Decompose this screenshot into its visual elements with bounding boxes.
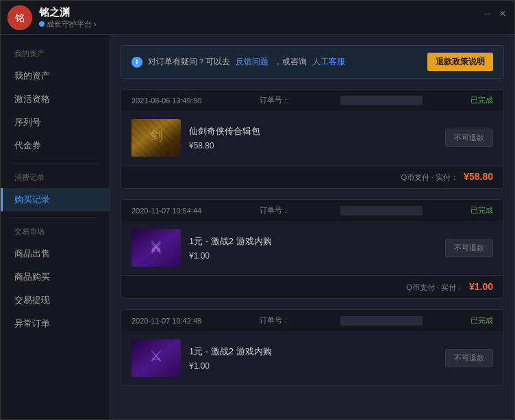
refund-policy-button[interactable]: 退款政策说明 [427,53,493,71]
platform-info: 成长守护平台 › [39,19,97,29]
no-refund-button-3: 不可退款 [445,349,493,367]
sidebar-section-assets: 我的资产 [1,45,110,64]
svg-rect-2 [131,119,181,157]
avatar: 铭 [8,5,32,30]
sidebar-item-abnormal[interactable]: 异常订单 [1,312,110,335]
order-num-value-3 [340,316,423,326]
main-layout: 我的资产 我的资产 激活资格 序列号 代金券 消费记录 购买记录 交易市场 [1,35,514,419]
sidebar-item-sell[interactable]: 商品出售 [1,242,110,265]
sidebar-divider-1 [11,163,99,163]
svg-rect-10 [131,339,181,377]
product-thumb-2: ⚔ [131,229,181,267]
product-name-1: 仙剑奇侠传合辑包 [189,125,437,137]
minimize-button[interactable]: ─ [483,9,492,18]
product-price-3: ¥1.00 [189,361,437,371]
notice-part2: ，或咨询 [274,56,307,68]
total-amount-1: ¥58.80 [464,171,493,182]
no-refund-button-1: 不可退款 [445,129,493,147]
username: 铭之渊 [39,6,97,19]
order-card-1: 2021-08-06 13:49:50 订单号： 已完成 [121,89,504,189]
product-name-3: 1元 - 激战2 游戏内购 [189,345,437,358]
sidebar: 我的资产 我的资产 激活资格 序列号 代金券 消费记录 购买记录 交易市场 [1,35,110,419]
product-info-2: 1元 - 激战2 游戏内购 ¥1.00 [189,235,437,261]
product-thumb-3: ⚔ [131,339,181,377]
notice-part1: 对订单有疑问？可以去 [148,56,230,68]
order-body-1: 剑 仙剑奇侠传合辑包 ¥58.80 不可退款 [121,111,503,165]
order-time-2: 2020-11-07 10:54:44 [131,207,201,215]
product-price-2: ¥1.00 [189,251,437,261]
sidebar-item-activation[interactable]: 激活资格 [1,88,110,111]
order-card-3: 2020-11-07 10:42:48 订单号： 已完成 [121,309,504,386]
sidebar-item-buy[interactable]: 商品购买 [1,265,110,289]
notice-bar: i 对订单有疑问？可以去 反馈问题 ，或咨询 人工客服 退款政策说明 [121,45,504,79]
product-price-1: ¥58.80 [189,141,437,150]
order-status-1: 已完成 [470,95,493,105]
order-body-2: ⚔ 1元 - 激战2 游戏内购 ¥1.00 不可退款 [121,221,503,275]
sidebar-item-voucher[interactable]: 代金券 [1,134,110,157]
order-footer-2: Q币支付 · 实付： ¥1.00 [121,275,503,298]
svg-rect-4 [131,119,181,157]
notice-link-feedback[interactable]: 反馈问题 [236,56,268,68]
order-num-label-2: 订单号： [260,205,290,215]
payment-label-2: Q币支付 · 实付： [406,283,464,291]
sidebar-item-assets[interactable]: 我的资产 [1,64,110,88]
order-num-label-3: 订单号： [260,315,290,326]
sidebar-divider-2 [11,217,99,218]
platform-arrow: › [94,20,97,28]
order-header-2: 2020-11-07 10:54:44 订单号： 已完成 [121,200,503,221]
sidebar-section-history: 消费记录 [1,169,110,188]
order-num-label-1: 订单号： [260,95,290,105]
user-info: 铭之渊 成长守护平台 › [39,6,97,29]
sidebar-section-market: 交易市场 [1,223,110,242]
no-refund-button-2: 不可退款 [445,239,493,257]
order-time-1: 2021-08-06 13:49:50 [131,96,201,105]
payment-label-1: Q币支付 · 实付： [401,173,458,181]
order-num-value-2 [340,206,423,215]
order-header-3: 2020-11-07 10:42:48 订单号： 已完成 [121,310,503,331]
platform-dot-icon [39,21,45,27]
notice-text: i 对订单有疑问？可以去 反馈问题 ，或咨询 人工客服 [131,56,345,68]
order-num-value-1 [340,96,423,105]
order-status-3: 已完成 [470,315,493,326]
close-button[interactable]: ✕ [498,9,507,18]
product-name-2: 1元 - 激战2 游戏内购 [189,235,437,248]
order-footer-1: Q币支付 · 实付： ¥58.80 [121,165,503,188]
sidebar-item-purchase[interactable]: 购买记录 [1,188,110,211]
order-card-2: 2020-11-07 10:54:44 订单号： 已完成 [121,199,504,299]
platform-label: 成长守护平台 [47,19,92,29]
product-info-3: 1元 - 激战2 游戏内购 ¥1.00 [189,345,437,371]
total-amount-2: ¥1.00 [469,281,493,292]
window-controls: ─ ✕ [483,9,507,18]
order-status-2: 已完成 [470,205,493,215]
sidebar-item-serial[interactable]: 序列号 [1,111,110,134]
notice-link-service[interactable]: 人工客服 [312,56,345,68]
product-thumb-1: 剑 [131,119,181,157]
svg-text:铭: 铭 [14,13,25,23]
main-window: 铭 铭之渊 成长守护平台 › ─ ✕ 我的资产 我的资产 激活资格 [0,0,515,420]
order-time-3: 2020-11-07 10:42:48 [131,317,201,325]
content-area: i 对订单有疑问？可以去 反馈问题 ，或咨询 人工客服 退款政策说明 2021-… [110,35,514,419]
svg-rect-7 [131,229,181,267]
order-body-3: ⚔ 1元 - 激战2 游戏内购 ¥1.00 不可退款 [121,331,503,385]
order-header-1: 2021-08-06 13:49:50 订单号： 已完成 [121,90,503,111]
svg-text:剑: 剑 [150,129,162,142]
title-bar: 铭 铭之渊 成长守护平台 › ─ ✕ [1,1,514,35]
svg-text:⚔: ⚔ [149,237,163,254]
sidebar-item-withdraw[interactable]: 交易提现 [1,289,110,312]
product-info-1: 仙剑奇侠传合辑包 ¥58.80 [189,125,437,150]
info-icon: i [131,57,142,68]
